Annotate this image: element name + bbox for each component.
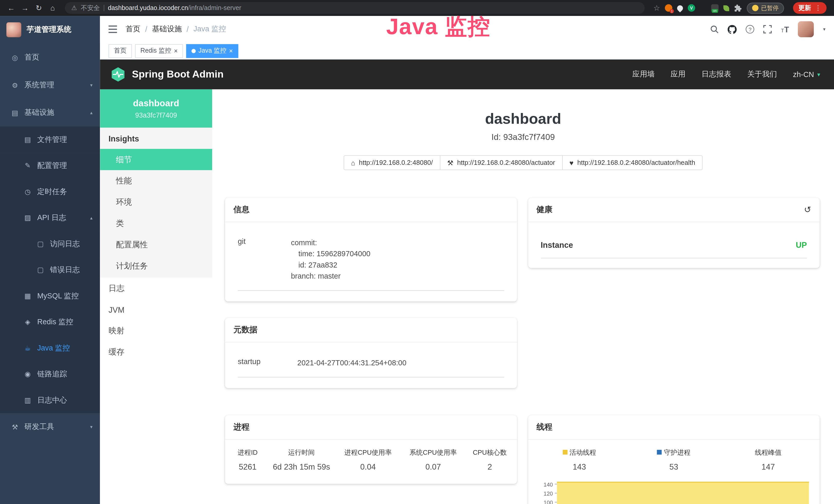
sidebar-item-api-logs[interactable]: ▨ API 日志 ▴	[0, 205, 100, 231]
extensions-puzzle-icon[interactable]	[734, 4, 742, 12]
log-center-icon: ▥	[23, 396, 32, 404]
avatar[interactable]	[798, 21, 814, 37]
blue-legend-icon	[657, 450, 662, 455]
hamburger-icon[interactable]	[108, 25, 118, 33]
search-icon[interactable]	[710, 25, 719, 33]
breadcrumb-home[interactable]: 首页	[126, 24, 140, 34]
browser-chrome: ← → ↻ ⌂ ⚠ 不安全 dashboard.yudao.iocoder.cn…	[0, 0, 834, 16]
sidebar-item-tracing[interactable]: ◉ 链路追踪	[0, 361, 100, 387]
sidebar-item-redis-monitor[interactable]: ◈ Redis 监控	[0, 309, 100, 335]
divider	[104, 5, 104, 11]
sba-item-jvm[interactable]: JVM	[100, 299, 212, 320]
sidebar-item-scheduled-jobs[interactable]: ◷ 定时任务	[0, 179, 100, 205]
sidebar-item-error-logs[interactable]: ▢ 错误日志	[0, 257, 100, 283]
service-url-link[interactable]: ⌂ http://192.168.0.2:48080/	[344, 155, 440, 170]
bookmark-star-icon[interactable]: ☆	[654, 4, 660, 12]
instance-health-row[interactable]: Instance UP	[541, 226, 807, 258]
sidebar-item-system-management[interactable]: ⚙ 系统管理 ▾	[0, 71, 100, 99]
dashboard-icon: ◎	[10, 53, 19, 61]
threads-card-title: 线程	[528, 415, 820, 439]
sba-nav-wallboard[interactable]: 应用墙	[632, 70, 655, 79]
forward-button[interactable]: →	[19, 0, 31, 16]
chevron-up-icon: ▴	[90, 110, 92, 116]
sba-brand-title[interactable]: Spring Boot Admin	[132, 69, 224, 81]
process-value: 2	[467, 462, 512, 471]
sba-item-performance[interactable]: 性能	[100, 170, 212, 191]
spring-boot-admin-logo	[111, 67, 126, 83]
startup-row: startup 2021-04-27T00:44:31.254+08:00	[238, 347, 504, 377]
sba-item-scheduled-tasks[interactable]: 计划任务	[100, 255, 212, 276]
sba-nav-journal[interactable]: 日志报表	[701, 70, 731, 79]
close-icon[interactable]: ×	[174, 47, 178, 54]
process-header: 系统CPU使用率	[399, 448, 467, 457]
legend-daemon-threads: 守护进程	[627, 448, 721, 457]
extension-icon-6[interactable]	[723, 5, 729, 11]
sidebar-item-infrastructure[interactable]: ▤ 基础设施 ▴	[0, 99, 100, 127]
app-logo-row[interactable]: 芋道管理系统	[0, 16, 100, 44]
sba-item-logs[interactable]: 日志	[100, 278, 212, 299]
security-label: 不安全	[81, 3, 100, 12]
process-card: 进程 进程ID 运行时间 进程CPU使用率 系统CPU使用率 CPU核心数 52…	[225, 415, 517, 484]
extension-icon-1[interactable]: 1	[665, 4, 673, 12]
sidebar-item-mysql-monitor[interactable]: ▦ MySQL 监控	[0, 283, 100, 309]
sba-app-header[interactable]: dashboard 93a3fc7f7409	[100, 89, 212, 128]
instance-id: Id: 93a3fc7f7409	[212, 133, 834, 142]
url-text: dashboard.yudao.iocoder.cn/infra/admin-s…	[108, 4, 241, 12]
sba-nav-about[interactable]: 关于我们	[747, 70, 777, 79]
sidebar-item-config-management[interactable]: ✎ 配置管理	[0, 153, 100, 179]
metadata-key: startup	[238, 358, 298, 368]
extension-icon-3[interactable]: V	[688, 4, 695, 12]
chevron-down-icon: ▾	[90, 424, 92, 430]
help-icon[interactable]: ?	[746, 25, 754, 33]
actuator-url-link[interactable]: ⚒ http://192.168.0.2:48080/actuator	[440, 155, 563, 170]
sba-nav-applications[interactable]: 应用	[671, 70, 685, 79]
chrome-update-button[interactable]: 更新 ⋮	[793, 2, 827, 14]
instance-title: dashboard	[212, 111, 834, 128]
avatar-caret-icon[interactable]: ▾	[823, 27, 825, 32]
sidebar-item-home[interactable]: ◎ 首页	[0, 44, 100, 71]
tab-home[interactable]: 首页	[108, 44, 132, 58]
security-warning-icon[interactable]: ⚠	[71, 4, 77, 12]
tab-java-monitor[interactable]: Java 监控 ×	[186, 44, 238, 58]
github-icon[interactable]	[728, 25, 737, 33]
history-icon[interactable]: ↺	[804, 205, 811, 215]
extension-icon-4[interactable]	[700, 5, 706, 11]
app-title: 芋道管理系统	[27, 25, 71, 35]
sba-insights-label: Insights	[100, 128, 212, 149]
sidebar-item-access-logs[interactable]: ▢ 访问日志	[0, 231, 100, 257]
back-button[interactable]: ←	[5, 0, 17, 16]
process-value: 6d 23h 15m 59s	[266, 462, 337, 471]
active-threads-area	[556, 482, 809, 504]
url-bar[interactable]: ⚠ 不安全 dashboard.yudao.iocoder.cn/infra/a…	[65, 2, 645, 14]
sba-item-mappings[interactable]: 映射	[100, 320, 212, 342]
sidebar-item-file-management[interactable]: ▤ 文件管理	[0, 127, 100, 153]
sba-item-classes[interactable]: 类	[100, 212, 212, 234]
sba-locale-select[interactable]: zh-CN ▾	[793, 70, 820, 78]
tabs-bar: 首页 Redis 监控 × Java 监控 ×	[100, 43, 834, 60]
font-size-icon[interactable]: TT	[781, 25, 789, 33]
sba-item-caches[interactable]: 缓存	[100, 341, 212, 363]
sba-nav: 应用墙 应用 日志报表 关于我们 zh-CN ▾	[632, 70, 820, 79]
reload-button[interactable]: ↻	[33, 0, 45, 16]
close-icon[interactable]: ×	[229, 47, 233, 54]
extension-icon-5[interactable]: on	[711, 4, 719, 12]
sidebar-item-dev-tools[interactable]: ⚒ 研发工具 ▾	[0, 413, 100, 441]
profile-avatar-icon	[752, 5, 759, 11]
sidebar-item-java-monitor[interactable]: ☕ Java 监控	[0, 335, 100, 361]
process-card-title: 进程	[225, 415, 517, 439]
breadcrumb-infrastructure[interactable]: 基础设施	[152, 24, 182, 34]
kebab-menu-icon[interactable]: ⋮	[815, 4, 821, 12]
sba-item-details[interactable]: 细节	[100, 149, 212, 170]
home-button[interactable]: ⌂	[47, 0, 59, 16]
extension-icon-2[interactable]	[677, 5, 683, 11]
health-url-link[interactable]: ♥ http://192.168.0.2:48080/actuator/heal…	[562, 155, 703, 170]
infrastructure-icon: ▤	[10, 109, 19, 117]
sidebar-item-log-center[interactable]: ▥ 日志中心	[0, 387, 100, 413]
process-value: 0.04	[337, 462, 399, 471]
sba-item-environment[interactable]: 环境	[100, 191, 212, 212]
sba-item-config-props[interactable]: 配置属性	[100, 234, 212, 255]
tab-redis-monitor[interactable]: Redis 监控 ×	[135, 44, 183, 58]
profile-paused-badge[interactable]: 已暂停	[747, 2, 784, 13]
process-header: 运行时间	[266, 448, 337, 457]
fullscreen-icon[interactable]	[763, 25, 772, 33]
